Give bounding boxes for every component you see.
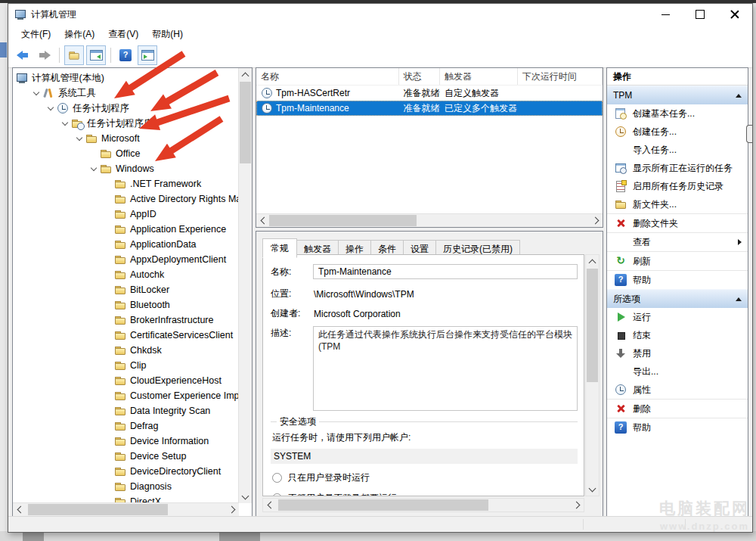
action-item--[interactable]: 属性 bbox=[607, 381, 748, 399]
scroll-down-button[interactable] bbox=[586, 483, 599, 496]
menu-item-2[interactable]: 查看(V) bbox=[101, 26, 145, 43]
radio-run-whether-logged-on[interactable]: 不管用户是否登录都要运行 bbox=[272, 492, 578, 496]
tree-item-.net-framework[interactable]: .NET Framework bbox=[13, 176, 239, 191]
task-description-field[interactable]: 此任务通过代表操作系统执行后台操作来支持受信任的平台模块(TPM bbox=[313, 326, 578, 411]
scroll-right-button[interactable] bbox=[226, 503, 239, 516]
tree-item-chkdsk[interactable]: Chkdsk bbox=[13, 343, 239, 358]
task-row-tpm-maintenance[interactable]: Tpm-Maintenance准备就绪已定义多个触发器 bbox=[256, 101, 603, 116]
radio-run-only-logged-on[interactable]: 只在用户登录时运行 bbox=[272, 471, 578, 484]
action-item--[interactable]: 禁用 bbox=[607, 344, 748, 362]
action-item--[interactable]: 启用所有任务历史记录 bbox=[607, 177, 748, 195]
tree-item-devicedirectoryclient[interactable]: DeviceDirectoryClient bbox=[13, 464, 239, 479]
tree-item--[interactable]: 系统工具 bbox=[13, 86, 239, 101]
tree-item-cloudexperiencehost[interactable]: CloudExperienceHost bbox=[13, 373, 239, 388]
action-item--[interactable]: 帮助 bbox=[607, 418, 748, 437]
tree-item-certificateservicesclient[interactable]: CertificateServicesClient bbox=[13, 328, 239, 343]
action-item--[interactable]: 显示所有正在运行的任务 bbox=[607, 159, 748, 177]
tree-item-application-experience[interactable]: Application Experience bbox=[13, 222, 239, 237]
tree-item-applicationdata[interactable]: ApplicationData bbox=[13, 237, 239, 252]
tree-item--[interactable]: 计算机管理(本地) bbox=[13, 70, 239, 86]
toolbar-button-back-arrow-icon[interactable] bbox=[13, 45, 33, 65]
toolbar-button-console-tree-icon[interactable] bbox=[86, 45, 106, 65]
action-item--[interactable]: 运行 bbox=[607, 308, 748, 326]
tree-item-bitlocker[interactable]: BitLocker bbox=[13, 282, 239, 297]
action-item--[interactable]: 删除 bbox=[607, 399, 748, 418]
tree-item-defrag[interactable]: Defrag bbox=[13, 418, 239, 434]
tree-item-appid[interactable]: AppID bbox=[13, 207, 239, 222]
details-vertical-scrollbar[interactable] bbox=[585, 254, 600, 496]
scrollbar-thumb[interactable] bbox=[269, 215, 417, 226]
task-name-field[interactable]: Tpm-Maintenance bbox=[313, 264, 578, 279]
action-item--[interactable]: 结束 bbox=[607, 326, 748, 344]
chevron-down-icon[interactable] bbox=[45, 102, 57, 114]
action-item--...[interactable]: 新文件夹... bbox=[607, 195, 748, 213]
minimize-button[interactable] bbox=[648, 4, 683, 25]
tree-item-device-setup[interactable]: Device Setup bbox=[13, 449, 239, 464]
scroll-left-button[interactable] bbox=[256, 214, 269, 227]
scrollbar-thumb[interactable] bbox=[240, 82, 251, 163]
toolbar-button-action-pane-icon[interactable] bbox=[138, 45, 157, 65]
tree-item--[interactable]: 任务计划程序 bbox=[13, 101, 239, 116]
scrollbar-thumb[interactable] bbox=[28, 504, 168, 515]
toolbar-button-help-icon[interactable] bbox=[116, 45, 135, 65]
tree-item-appxdeploymentclient[interactable]: AppxDeploymentClient bbox=[13, 252, 239, 267]
tree-horizontal-scrollbar[interactable] bbox=[13, 502, 239, 516]
maximize-button[interactable] bbox=[683, 4, 717, 25]
tab-0[interactable]: 常规 bbox=[262, 238, 297, 258]
collapse-triangle-icon[interactable] bbox=[736, 94, 742, 98]
scroll-up-button[interactable] bbox=[586, 255, 599, 268]
details-horizontal-scrollbar[interactable] bbox=[262, 498, 584, 512]
scroll-left-button[interactable] bbox=[13, 503, 26, 516]
column-header-2[interactable]: 触发器 bbox=[440, 68, 518, 85]
tree-item-customer-experience-impro[interactable]: Customer Experience Impro bbox=[13, 388, 239, 403]
chevron-down-icon[interactable] bbox=[73, 132, 85, 145]
task-row-tpm-hascertretr[interactable]: Tpm-HASCertRetr准备就绪自定义触发器 bbox=[256, 86, 603, 101]
scroll-right-button[interactable] bbox=[590, 214, 603, 227]
tree-item-active-directory-rights-man[interactable]: Active Directory Rights Man bbox=[13, 191, 239, 207]
scrollbar-thumb[interactable] bbox=[278, 499, 488, 511]
scroll-right-button[interactable] bbox=[571, 499, 584, 511]
menu-item-0[interactable]: 文件(F) bbox=[14, 26, 57, 43]
scroll-up-button[interactable] bbox=[239, 68, 252, 81]
tree-item-data-integrity-scan[interactable]: Data Integrity Scan bbox=[13, 403, 239, 418]
tree-item-diagnosis[interactable]: Diagnosis bbox=[13, 479, 239, 494]
action-item--[interactable]: 查看 bbox=[607, 232, 748, 251]
tree-item-brokerinfrastructure[interactable]: BrokerInfrastructure bbox=[13, 312, 239, 328]
chevron-down-icon[interactable] bbox=[30, 87, 42, 99]
collapse-triangle-icon[interactable] bbox=[736, 297, 742, 301]
action-section-header-tpm[interactable]: TPM bbox=[607, 86, 748, 104]
action-item--[interactable]: 删除文件夹 bbox=[607, 213, 748, 232]
chevron-down-icon[interactable] bbox=[88, 163, 100, 175]
action-item--...[interactable]: 导出... bbox=[607, 362, 748, 381]
tree-item-office[interactable]: Office bbox=[13, 146, 239, 161]
column-header-3[interactable]: 下次运行时间 bbox=[518, 68, 603, 85]
action-pane-grip[interactable] bbox=[746, 125, 752, 143]
action-section-header-所选项[interactable]: 所选项 bbox=[607, 289, 748, 308]
radio-icon bbox=[272, 473, 282, 483]
column-header-0[interactable]: 名称 bbox=[256, 68, 399, 85]
tree-item-microsoft[interactable]: Microsoft bbox=[13, 131, 239, 146]
action-item--...[interactable]: 创建任务... bbox=[607, 123, 748, 141]
tree-item--[interactable]: 任务计划程序库 bbox=[13, 116, 239, 131]
tree-item-windows[interactable]: Windows bbox=[13, 161, 239, 176]
tree-item-device-information[interactable]: Device Information bbox=[13, 434, 239, 449]
action-item--...[interactable]: 创建基本任务... bbox=[607, 104, 748, 123]
toolbar-button-forward-arrow-icon[interactable] bbox=[35, 45, 54, 65]
action-item--...[interactable]: 导入任务... bbox=[607, 141, 748, 159]
tree-vertical-scrollbar[interactable] bbox=[238, 68, 252, 503]
scroll-left-button[interactable] bbox=[263, 499, 276, 511]
tree-item-bluetooth[interactable]: Bluetooth bbox=[13, 297, 239, 312]
scroll-down-button[interactable] bbox=[239, 490, 252, 503]
toolbar-button-export-folder-icon[interactable] bbox=[64, 45, 84, 65]
scrollbar-thumb[interactable] bbox=[587, 269, 598, 382]
task-list-horizontal-scrollbar[interactable] bbox=[256, 213, 603, 227]
chevron-down-icon[interactable] bbox=[59, 117, 71, 129]
close-button[interactable] bbox=[717, 4, 752, 25]
menu-item-1[interactable]: 操作(A) bbox=[57, 26, 101, 43]
column-header-1[interactable]: 状态 bbox=[399, 68, 440, 85]
action-item--[interactable]: 帮助 bbox=[607, 270, 748, 289]
tree-item-clip[interactable]: Clip bbox=[13, 358, 239, 373]
action-item--[interactable]: 刷新 bbox=[607, 251, 748, 270]
tree-item-autochk[interactable]: Autochk bbox=[13, 267, 239, 282]
menu-item-3[interactable]: 帮助(H) bbox=[145, 26, 190, 43]
